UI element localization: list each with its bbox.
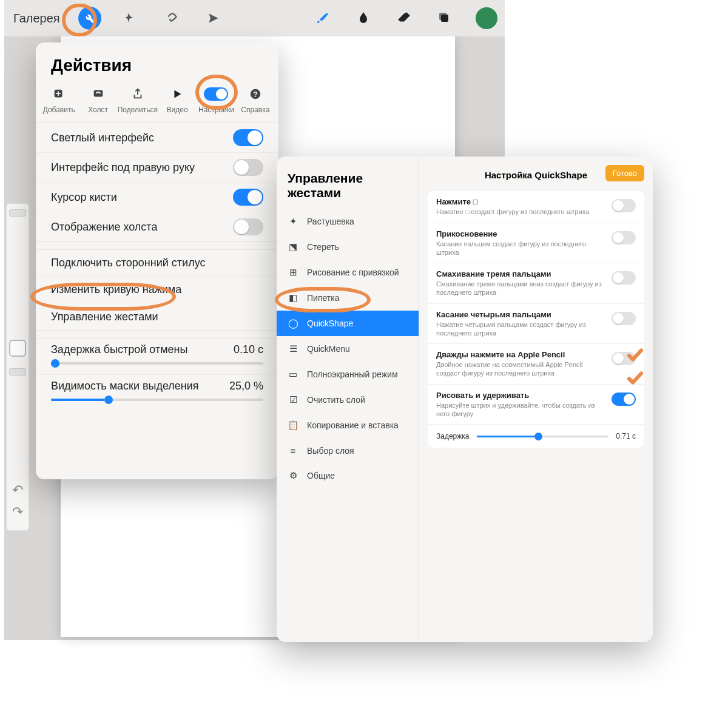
actions-popover: Действия Добавить Холст Поделиться Видео… [36, 42, 278, 479]
row-third-party-stylus[interactable]: Подключить сторонний стилус [36, 250, 278, 277]
gesture-category-list: Управление жестами ✦Растушевка ⬔Стереть … [277, 157, 419, 642]
undo-delay-slider[interactable] [51, 362, 263, 365]
add-icon [52, 86, 66, 102]
row-pressure-curve[interactable]: Изменить кривую нажима [36, 277, 278, 303]
brush-size-thumb[interactable] [9, 209, 26, 217]
color-swatch[interactable] [476, 7, 497, 29]
actions-wrench-icon[interactable] [78, 7, 101, 30]
gesture-item-quickmenu[interactable]: ☰QuickMenu [277, 336, 419, 362]
gesture-item-quickshape[interactable]: ◯QuickShape [277, 311, 419, 336]
adjustments-icon[interactable] [120, 7, 143, 30]
option-pencil-double-tap[interactable]: Дважды нажмите на Apple PencilДвойное на… [428, 344, 644, 385]
gesture-item-general[interactable]: ⚙Общие [277, 463, 419, 488]
option-touch[interactable]: ПрикосновениеКасание пальцем создаст фиг… [428, 223, 644, 264]
gear-icon: ⚙ [288, 470, 298, 481]
assisted-draw-icon: ⊞ [288, 267, 298, 278]
tab-add[interactable]: Добавить [39, 85, 78, 115]
row-canvas-display[interactable]: Отображение холста [36, 212, 278, 241]
gesture-title: Управление жестами [277, 167, 419, 209]
mask-visibility-slider[interactable] [51, 399, 263, 401]
actions-title: Действия [36, 53, 278, 80]
layers-icon[interactable] [435, 8, 454, 28]
gesture-item-smudge[interactable]: ✦Растушевка [277, 209, 419, 234]
gesture-detail-pane: Готово Настройка QuickShape Нажмите □Наж… [419, 157, 653, 642]
row-right-hand[interactable]: Интерфейс под правую руку [36, 153, 278, 183]
tab-share[interactable]: Поделиться [118, 85, 158, 115]
row-gesture-controls[interactable]: Управление жестами [36, 303, 278, 330]
row-brush-cursor[interactable]: Курсор кисти [36, 183, 278, 212]
row-mask-visibility: Видимость маски выделения25,0 % [36, 375, 278, 411]
gesture-item-clear-layer[interactable]: ☑Очистить слой [277, 387, 419, 413]
switch-opt-5[interactable] [612, 393, 636, 406]
gesture-item-fullscreen[interactable]: ▭Полноэкранный режим [277, 362, 419, 387]
svg-text:?: ? [253, 90, 257, 99]
smudge-icon: ✦ [288, 216, 298, 227]
transform-arrow-icon[interactable] [202, 7, 225, 30]
option-draw-hold[interactable]: Рисовать и удерживатьНарисуйте штрих и у… [428, 385, 644, 425]
clipboard-icon: 📋 [288, 420, 298, 431]
undo-button[interactable]: ↶ [6, 479, 29, 501]
switch-brush-cursor[interactable] [233, 189, 263, 206]
erase-icon: ⬔ [288, 241, 298, 252]
tab-video[interactable]: Видео [158, 85, 197, 115]
play-icon [170, 86, 184, 102]
mask-visibility-value: 25,0 % [229, 380, 263, 393]
quickshape-delay-row: Задержка 0.71 с [428, 425, 644, 448]
svg-rect-4 [56, 93, 61, 94]
undo-delay-label: Задержка быстрой отмены [51, 343, 187, 356]
undo-redo-group: ↶ ↷ [6, 479, 29, 528]
opacity-thumb[interactable] [9, 368, 26, 376]
eraser-icon[interactable] [394, 8, 414, 28]
option-four-finger[interactable]: Касание четырьмя пальцамиНажатие четырьм… [428, 304, 644, 345]
top-toolbar: Галерея [4, 0, 505, 36]
settings-toggle-icon [204, 86, 228, 102]
selection-icon[interactable] [161, 7, 184, 30]
tab-help[interactable]: ?Справка [236, 85, 275, 115]
gesture-item-layer-select[interactable]: ≡Выбор слоя [277, 438, 419, 463]
tab-settings[interactable]: Настройки [197, 85, 235, 115]
option-three-finger[interactable]: Смахивание тремя пальцамиСмахивание трем… [428, 263, 644, 304]
layer-select-icon: ≡ [288, 445, 298, 456]
row-light-interface[interactable]: Светлый интерфейс [36, 123, 278, 153]
svg-rect-5 [93, 90, 103, 97]
switch-light-interface[interactable] [233, 129, 263, 146]
help-icon: ? [249, 86, 262, 102]
switch-opt-3[interactable] [612, 312, 636, 325]
gesture-item-eyedropper[interactable]: ◧Пипетка [277, 285, 419, 311]
gesture-item-erase[interactable]: ⬔Стереть [277, 234, 419, 260]
clear-layer-icon: ☑ [288, 394, 298, 405]
switch-opt-4[interactable] [612, 352, 636, 365]
gesture-item-assisted[interactable]: ⊞Рисование с привязкой [277, 260, 419, 285]
actions-tab-row: Добавить Холст Поделиться Видео Настройк… [36, 80, 278, 123]
switch-opt-1[interactable] [612, 231, 636, 244]
mask-visibility-label: Видимость маски выделения [51, 380, 199, 393]
canvas-icon [92, 86, 105, 102]
quickshape-icon: ◯ [288, 318, 298, 329]
quickmenu-icon: ☰ [288, 343, 298, 354]
gallery-button[interactable]: Галерея [13, 12, 60, 25]
switch-opt-0[interactable] [612, 199, 636, 212]
row-undo-delay: Задержка быстрой отмены0.10 с [36, 339, 278, 375]
fullscreen-icon: ▭ [288, 369, 298, 380]
gesture-item-copy-paste[interactable]: 📋Копирование и вставка [277, 413, 419, 438]
gesture-controls-panel: Управление жестами ✦Растушевка ⬔Стереть … [277, 157, 653, 642]
quickshape-options-card: Нажмите □Нажатие □ создаст фигуру из пос… [428, 191, 644, 448]
undo-delay-value: 0.10 с [234, 343, 263, 356]
switch-opt-2[interactable] [612, 271, 636, 285]
svg-rect-1 [439, 13, 447, 20]
tab-canvas[interactable]: Холст [78, 85, 117, 115]
option-tap[interactable]: Нажмите □Нажатие □ создаст фигуру из пос… [428, 191, 644, 223]
smudge-icon[interactable] [354, 8, 373, 28]
share-icon [131, 86, 144, 102]
delay-label: Задержка [436, 432, 470, 440]
redo-button[interactable]: ↷ [6, 501, 29, 523]
switch-canvas-display[interactable] [233, 218, 263, 235]
switch-right-hand[interactable] [233, 159, 263, 176]
modifier-button[interactable] [9, 340, 26, 357]
delay-value: 0.71 с [616, 432, 636, 440]
done-button[interactable]: Готово [605, 165, 644, 181]
eyedropper-icon: ◧ [288, 292, 298, 303]
brush-icon[interactable] [313, 8, 332, 28]
delay-slider[interactable] [477, 436, 609, 437]
